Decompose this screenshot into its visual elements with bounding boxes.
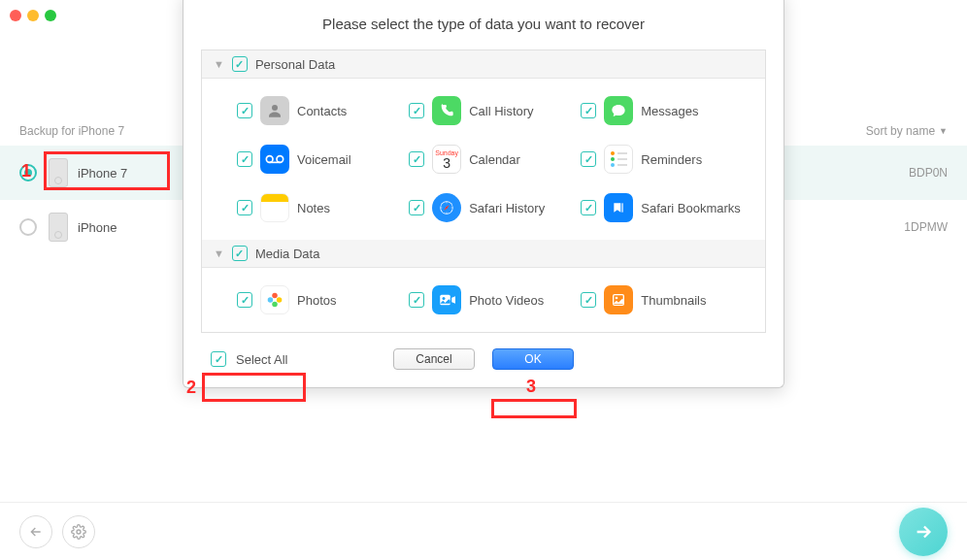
zoom-icon[interactable]	[45, 10, 56, 21]
category-box: ▼ Personal Data Contacts Call History	[201, 49, 766, 333]
select-all-label: Select All	[236, 352, 287, 367]
item-label: Reminders	[641, 152, 702, 167]
item-label: Voicemail	[297, 152, 351, 167]
settings-button[interactable]	[62, 515, 95, 548]
checkbox-icon[interactable]	[232, 246, 248, 261]
device-name: iPhone 7	[78, 166, 127, 181]
data-type-modal: Please select the type of data you want …	[183, 0, 784, 388]
svg-point-3	[277, 156, 283, 163]
checkbox-icon[interactable]	[237, 151, 252, 167]
chevron-down-icon: ▼	[214, 247, 224, 259]
data-item-calendar[interactable]: Sunday3 Calendar	[409, 135, 581, 183]
checkbox-icon[interactable]	[581, 103, 596, 118]
data-item-voicemail[interactable]: Voicemail	[237, 135, 409, 183]
data-item-call-history[interactable]: Call History	[409, 86, 581, 135]
category-header-personal[interactable]: ▼ Personal Data	[202, 50, 765, 79]
annotation-box-3	[491, 399, 577, 418]
device-name: iPhone	[78, 220, 117, 235]
thumbnails-icon	[604, 285, 633, 314]
svg-marker-15	[451, 296, 455, 304]
item-label: Photos	[297, 293, 336, 308]
data-item-messages[interactable]: Messages	[581, 86, 752, 135]
category-name: Media Data	[255, 247, 319, 261]
item-label: Notes	[297, 201, 330, 215]
item-label: Safari Bookmarks	[641, 201, 741, 215]
item-label: Photo Videos	[469, 293, 544, 308]
item-label: Calendar	[469, 152, 520, 167]
checkbox-icon[interactable]	[237, 200, 252, 215]
safari-icon	[432, 193, 461, 222]
checkbox-icon[interactable]	[409, 103, 424, 118]
data-item-notes[interactable]: Notes	[237, 183, 409, 232]
messages-icon	[604, 96, 633, 125]
select-all-checkbox[interactable]: Select All	[201, 349, 297, 369]
svg-point-9	[272, 293, 278, 299]
data-item-thumbnails[interactable]: Thumbnails	[581, 276, 752, 324]
item-label: Messages	[641, 104, 698, 118]
checkbox-icon[interactable]	[409, 200, 424, 215]
annotation-number-2: 2	[186, 378, 196, 398]
notes-icon	[260, 193, 289, 222]
bottom-toolbar	[0, 502, 967, 560]
ok-button[interactable]: OK	[492, 348, 574, 370]
checkbox-icon[interactable]	[409, 292, 424, 308]
data-item-reminders[interactable]: Reminders	[581, 135, 752, 183]
phone-icon	[49, 158, 68, 187]
chevron-down-icon: ▼	[939, 126, 948, 136]
checkbox-icon[interactable]	[409, 151, 424, 167]
data-item-safari-history[interactable]: Safari History	[409, 183, 581, 232]
device-id-suffix: 1DPMW	[904, 220, 948, 234]
svg-point-2	[266, 156, 273, 163]
item-label: Safari History	[469, 201, 545, 215]
modal-title: Please select the type of data you want …	[201, 16, 766, 32]
bookmark-icon	[604, 193, 633, 222]
svg-rect-8	[622, 203, 623, 212]
svg-point-12	[268, 297, 274, 303]
sort-dropdown[interactable]: Sort by name ▼	[866, 124, 948, 138]
calendar-icon: Sunday3	[432, 145, 461, 174]
phone-icon	[49, 213, 68, 242]
photo-videos-icon	[432, 285, 461, 314]
data-item-contacts[interactable]: Contacts	[237, 86, 409, 135]
checkbox-icon[interactable]	[581, 292, 596, 308]
window-controls	[10, 10, 56, 21]
checkbox-icon[interactable]	[237, 103, 252, 118]
item-label: Thumbnails	[641, 293, 706, 308]
backup-list-title: Backup for iPhone 7	[19, 124, 124, 138]
checkbox-icon[interactable]	[581, 200, 596, 215]
checkbox-icon[interactable]	[211, 351, 226, 367]
device-id-suffix: BDP0N	[909, 166, 948, 180]
data-item-safari-bookmarks[interactable]: Safari Bookmarks	[581, 183, 752, 232]
data-item-photos[interactable]: Photos	[237, 276, 409, 324]
back-button[interactable]	[19, 515, 52, 548]
item-label: Contacts	[297, 104, 347, 118]
category-name: Personal Data	[255, 57, 335, 72]
svg-point-11	[272, 302, 278, 308]
svg-point-10	[277, 297, 283, 303]
svg-point-14	[443, 297, 446, 300]
minimize-icon[interactable]	[27, 10, 39, 21]
svg-point-0	[77, 530, 81, 534]
contacts-icon	[260, 96, 289, 125]
reminders-icon	[604, 145, 633, 174]
cancel-button[interactable]: Cancel	[393, 348, 475, 370]
checkbox-icon[interactable]	[232, 56, 248, 72]
svg-point-1	[272, 105, 278, 111]
data-item-photo-videos[interactable]: Photo Videos	[409, 276, 581, 324]
radio-icon[interactable]	[19, 218, 37, 236]
next-button[interactable]	[899, 508, 948, 556]
item-label: Call History	[469, 104, 533, 118]
category-header-media[interactable]: ▼ Media Data	[202, 240, 765, 268]
close-icon[interactable]	[10, 10, 21, 21]
annotation-number-3: 3	[526, 377, 536, 397]
photos-icon	[260, 285, 289, 314]
phone-icon	[432, 96, 461, 125]
annotation-number-1: 1	[21, 161, 31, 181]
checkbox-icon[interactable]	[581, 151, 596, 167]
voicemail-icon	[260, 145, 289, 174]
svg-point-17	[616, 297, 618, 300]
chevron-down-icon: ▼	[214, 58, 224, 70]
checkbox-icon[interactable]	[237, 292, 252, 308]
